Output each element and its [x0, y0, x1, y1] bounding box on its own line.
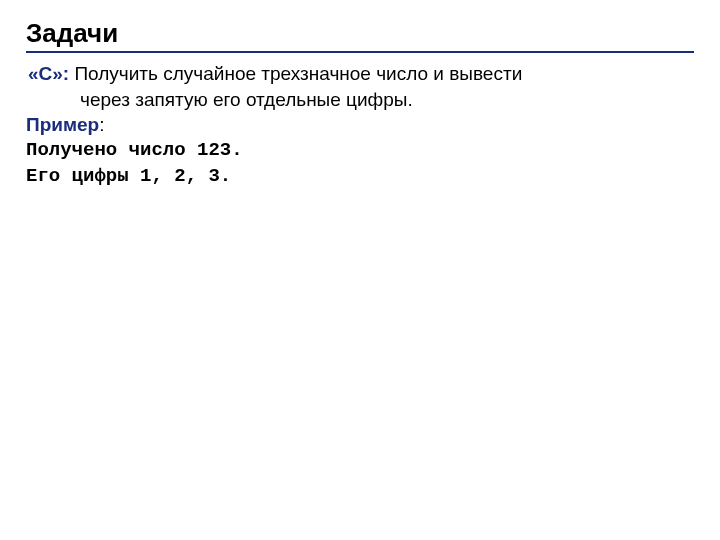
task-block: «C»: Получить случайное трехзначное числ…: [28, 61, 694, 112]
content-area: «C»: Получить случайное трехзначное числ…: [26, 61, 694, 189]
task-text-line1: Получить случайное трехзначное число и в…: [69, 63, 522, 84]
example-output-line1: Получено число 123.: [26, 138, 694, 164]
example-output-line2: Его цифры 1, 2, 3.: [26, 164, 694, 190]
example-label-row: Пример:: [26, 112, 694, 138]
page-title: Задачи: [26, 18, 694, 53]
task-level-label: «C»:: [28, 63, 69, 84]
example-label: Пример: [26, 114, 99, 135]
task-text-line2: через запятую его отдельные цифры.: [80, 87, 694, 113]
example-colon: :: [99, 114, 104, 135]
